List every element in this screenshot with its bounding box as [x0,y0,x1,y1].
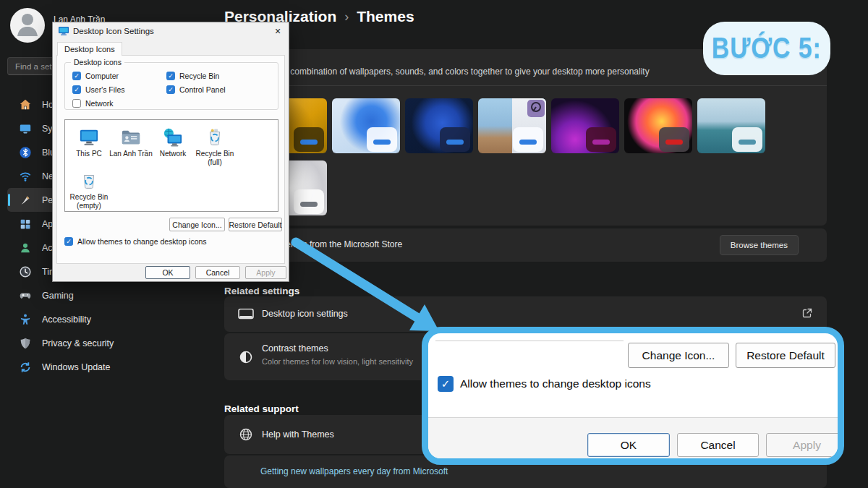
network-pc-icon [162,126,184,147]
sidebar-item-gaming[interactable]: Gaming [7,283,217,307]
sidebar-item-windows-update[interactable]: Windows Update [7,355,217,379]
theme-thumbnail-7[interactable] [697,98,765,153]
person-icon [10,8,45,43]
recycle-bin-full-icon [205,126,224,147]
checkbox-checked-icon: ✓ [438,376,454,392]
desktop-icon-recycle-bin-empty[interactable]: Recycle Bin(empty) [68,167,110,210]
personalization-icon [19,194,32,207]
theme-thumbnail-6[interactable] [624,98,692,153]
change-icon-button[interactable]: Change Icon... [169,218,225,231]
step-badge-text: BƯỚC 5: [712,31,822,65]
system-icon [19,122,32,135]
desktop-icon-recycle-bin-full[interactable]: Recycle Bin(full) [194,124,236,167]
theme-preview-card [294,127,324,152]
browse-themes-button[interactable]: Browse themes [720,235,799,255]
theme-preview-card [513,127,543,152]
icon-list-box: This PCLan Anh TrầnNetworkRecycle Bin(fu… [64,119,278,212]
sidebar-item-privacy-security[interactable]: Privacy & security [7,331,217,355]
accounts-icon [19,241,32,254]
step-badge: BƯỚC 5: [703,22,830,75]
app-tile-icon [527,100,545,117]
chevron-right-icon: › [344,9,349,25]
desktop-icons-group: Desktop icons ✓Computer✓User's FilesNetw… [64,62,278,110]
divider [435,341,624,341]
theme-thumbnail-3[interactable] [405,98,473,153]
theme-thumbnail-4[interactable] [478,98,546,153]
contrast-icon [237,350,255,364]
change-icon-button-zoomed[interactable]: Change Icon... [628,343,729,368]
open-external-icon [802,308,812,321]
related-support-heading: Related support [224,403,299,414]
update-icon [19,361,32,374]
cancel-button-zoomed[interactable]: Cancel [677,433,759,457]
time-icon [19,265,32,278]
zoom-callout: Change Icon... Restore Default ✓ Allow t… [422,327,844,465]
sidebar-item-accessibility[interactable]: Accessibility [7,307,217,331]
divider [224,85,827,86]
desktop-icon-this-pc[interactable]: This PC [68,124,110,167]
monitor-icon [237,308,255,320]
current-theme-card: A theme is a combination of wallpapers, … [224,49,827,226]
allow-themes-checkbox-zoomed[interactable]: ✓ Allow themes to change desktop icons [438,376,651,392]
recycle-bin-empty-icon [80,169,98,191]
desktop-icons-checkbox-grid: ✓Computer✓User's FilesNetwork✓Recycle Bi… [72,69,226,110]
allow-themes-checkbox[interactable]: ✓ Allow themes to change desktop icons [64,237,207,246]
theme-grid [259,98,770,215]
ok-button-zoomed[interactable]: OK [587,433,670,457]
ok-button[interactable]: OK [145,266,190,279]
allow-themes-label: Allow themes to change desktop icons [77,237,207,246]
theme-preview-card [367,127,397,152]
accessibility-icon [19,313,32,326]
checkbox-checked-icon: ✓ [166,72,175,80]
theme-thumbnail-2[interactable] [332,98,400,153]
avatar[interactable] [10,8,45,43]
checkbox-checked-icon: ✓ [72,72,81,80]
restore-default-button[interactable]: Restore Default [229,218,282,231]
group-label: Desktop icons [71,58,124,67]
theme-preview-card [732,127,762,152]
apply-button-zoomed[interactable]: Apply [766,433,844,457]
this-pc-icon [78,126,100,147]
apps-icon [19,218,32,231]
checkbox-checked-icon: ✓ [64,237,73,246]
tab-desktop-icons[interactable]: Desktop Icons [57,42,122,56]
privacy-icon [19,337,32,350]
breadcrumb-themes: Themes [357,8,414,25]
contrast-themes-subtitle: Color themes for low vision, light sensi… [262,357,413,366]
checkbox-unchecked-icon [72,99,81,108]
help-with-themes-label: Help with Themes [262,429,334,440]
dialog-titlebar: Desktop Icon Settings × [53,22,289,40]
theme-preview-card [440,127,470,152]
desktop-icon-network[interactable]: Network [152,124,194,167]
windows-settings-screen: Lan Anh Trần Find a setting HomeSystemBl… [0,0,868,488]
desktop-icon-settings-dialog: Desktop Icon Settings × Desktop Icons De… [52,22,289,282]
cancel-button[interactable]: Cancel [195,266,240,279]
globe-icon [237,427,255,442]
gaming-icon [19,289,32,302]
checkbox-checked-icon: ✓ [72,85,81,94]
desktop-icon-lan-anh-tr-n[interactable]: Lan Anh Trần [110,124,152,167]
allow-themes-label-zoomed: Allow themes to change desktop icons [460,377,651,390]
wallpapers-link[interactable]: Getting new wallpapers every day from Mi… [260,466,448,476]
home-icon [19,98,32,111]
dialog-title: Desktop Icon Settings [73,27,154,35]
network-icon [19,170,32,183]
theme-preview-card [586,127,616,152]
dialog-tab-page: Desktop icons ✓Computer✓User's FilesNetw… [56,55,285,264]
theme-preview-card [294,189,324,214]
desktop-settings-app-icon [59,27,69,35]
checkbox-recycle-bin[interactable]: ✓Recycle Bin [166,69,226,82]
theme-description: A theme is a combination of wallpapers, … [240,67,650,77]
theme-thumbnail-5[interactable] [551,98,619,153]
apply-button[interactable]: Apply [245,266,286,279]
checkbox-computer[interactable]: ✓Computer [72,69,166,82]
checkbox-control-panel[interactable]: ✓Control Panel [166,83,226,96]
checkbox-network[interactable]: Network [72,97,166,110]
close-icon[interactable]: × [271,24,285,38]
user-folder-icon [120,126,142,147]
callout-footer: OK Cancel Apply [428,417,838,458]
restore-default-button-zoomed[interactable]: Restore Default [736,343,835,368]
bluetooth-icon [19,146,32,159]
theme-preview-card [659,127,689,152]
checkbox-user-s-files[interactable]: ✓User's Files [72,83,166,96]
